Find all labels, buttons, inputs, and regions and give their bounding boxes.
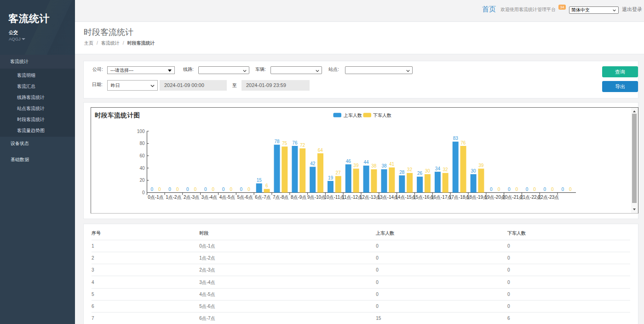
svg-text:0: 0 [526, 187, 529, 192]
svg-text:4点-5点: 4点-5点 [219, 195, 235, 200]
svg-text:9点-10点: 9点-10点 [307, 195, 326, 200]
svg-text:40: 40 [139, 166, 145, 171]
svg-text:15: 15 [257, 178, 262, 183]
svg-text:0: 0 [533, 187, 536, 192]
svg-text:上车人数: 上车人数 [343, 113, 362, 118]
svg-text:19: 19 [328, 175, 334, 180]
svg-text:0: 0 [240, 187, 243, 192]
svg-text:42: 42 [310, 161, 316, 166]
svg-text:41: 41 [389, 162, 395, 167]
svg-text:7点-8点: 7点-8点 [273, 195, 288, 200]
svg-text:8点-9点: 8点-9点 [291, 195, 306, 200]
svg-text:28: 28 [399, 170, 405, 175]
svg-text:39: 39 [353, 163, 359, 168]
svg-text:0: 0 [490, 187, 493, 192]
svg-text:0: 0 [544, 187, 546, 192]
svg-text:83: 83 [453, 136, 459, 141]
svg-text:0: 0 [151, 187, 154, 192]
svg-text:5点-6点: 5点-6点 [237, 195, 253, 200]
svg-text:100: 100 [137, 129, 145, 134]
svg-text:76: 76 [460, 140, 466, 145]
svg-text:27: 27 [336, 170, 341, 175]
svg-text:时段车流统计图: 时段车流统计图 [95, 112, 140, 119]
svg-text:44: 44 [364, 160, 369, 165]
svg-text:39: 39 [478, 163, 484, 168]
svg-text:34: 34 [435, 166, 441, 171]
svg-text:46: 46 [346, 159, 351, 164]
svg-text:30: 30 [471, 168, 477, 174]
svg-text:0: 0 [247, 187, 250, 192]
svg-text:75: 75 [282, 141, 288, 146]
svg-text:0: 0 [516, 187, 518, 192]
svg-text:30: 30 [425, 168, 431, 174]
svg-text:0点-1点: 0点-1点 [148, 195, 163, 200]
svg-text:38: 38 [381, 163, 387, 168]
svg-text:3点-4点: 3点-4点 [201, 195, 217, 200]
svg-text:0: 0 [158, 187, 161, 192]
svg-text:0: 0 [222, 187, 225, 192]
svg-text:6: 6 [265, 183, 268, 188]
svg-text:0: 0 [194, 187, 197, 192]
svg-text:0: 0 [498, 187, 500, 192]
svg-text:32: 32 [443, 167, 448, 172]
svg-text:0: 0 [212, 187, 215, 192]
svg-text:0: 0 [176, 187, 179, 192]
svg-text:72: 72 [300, 143, 305, 148]
svg-text:0: 0 [168, 187, 171, 192]
svg-text:1点-2点: 1点-2点 [166, 195, 181, 200]
svg-text:26: 26 [417, 171, 423, 176]
svg-text:0: 0 [569, 187, 572, 192]
svg-text:0: 0 [204, 187, 207, 192]
svg-text:38: 38 [371, 163, 377, 168]
svg-text:0: 0 [508, 187, 511, 192]
svg-text:0: 0 [561, 187, 564, 192]
svg-text:下车人数: 下车人数 [373, 113, 391, 118]
svg-text:78: 78 [274, 139, 280, 144]
svg-text:32: 32 [407, 167, 413, 172]
svg-text:64: 64 [318, 148, 323, 153]
svg-text:0: 0 [551, 187, 554, 192]
svg-text:2点-3点: 2点-3点 [184, 195, 199, 200]
svg-text:76: 76 [292, 140, 298, 145]
svg-text:0: 0 [186, 187, 189, 192]
svg-text:0: 0 [142, 190, 145, 195]
svg-text:0: 0 [230, 187, 232, 192]
svg-text:22点-23点: 22点-23点 [538, 195, 559, 200]
svg-text:80: 80 [139, 141, 145, 146]
svg-text:6点-7点: 6点-7点 [255, 195, 270, 200]
svg-text:20: 20 [139, 178, 145, 183]
svg-text:60: 60 [139, 153, 145, 158]
